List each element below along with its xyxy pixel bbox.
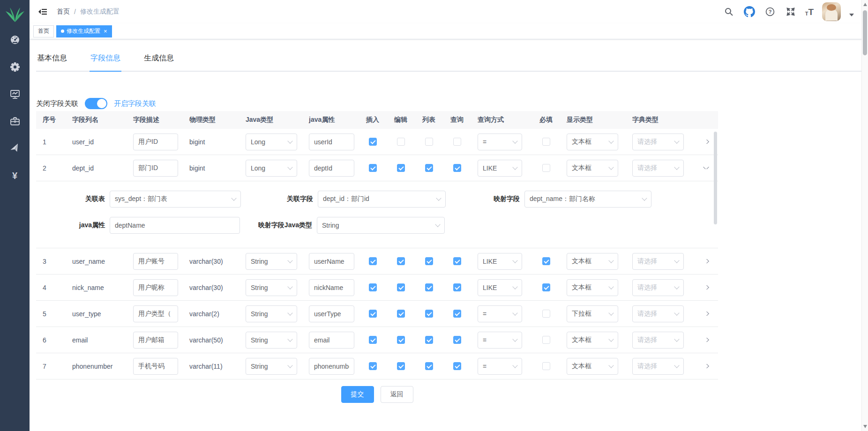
dict-type-select[interactable]: 请选择 xyxy=(632,332,684,349)
fullscreen-button[interactable] xyxy=(785,6,797,18)
table-scrollbar-thumb[interactable] xyxy=(714,132,717,224)
expand-row-icon[interactable] xyxy=(703,312,709,316)
dict-type-select[interactable]: 请选择 xyxy=(632,279,684,296)
mapping-java-type-select[interactable]: String xyxy=(317,217,445,234)
user-avatar[interactable] xyxy=(822,2,841,21)
required-checkbox[interactable] xyxy=(542,138,550,146)
java-type-select[interactable]: String xyxy=(246,279,297,296)
required-checkbox[interactable] xyxy=(542,310,550,318)
font-size-button[interactable]: TT xyxy=(805,7,814,16)
java-type-select[interactable]: String xyxy=(246,358,297,375)
github-button[interactable] xyxy=(743,6,756,18)
query-way-select[interactable]: = xyxy=(478,332,522,349)
display-type-select[interactable]: 下拉框 xyxy=(567,305,618,322)
java-type-select[interactable]: String xyxy=(246,305,297,322)
java-attr-input[interactable] xyxy=(309,253,354,270)
query-way-select[interactable]: = xyxy=(478,305,522,322)
field-description-input[interactable] xyxy=(133,134,178,150)
query-way-select[interactable]: = xyxy=(478,358,522,375)
field-description-input[interactable] xyxy=(133,279,178,296)
query-checkbox[interactable] xyxy=(453,164,461,172)
back-button[interactable]: 返回 xyxy=(381,386,413,403)
java-type-select[interactable]: String xyxy=(246,332,297,349)
list-checkbox[interactable] xyxy=(425,310,433,318)
java-type-select[interactable]: Long xyxy=(246,160,297,177)
display-type-select[interactable]: 文本框 xyxy=(567,279,618,296)
edit-checkbox[interactable] xyxy=(397,283,405,291)
expand-row-icon[interactable] xyxy=(703,338,709,342)
sidebar-item-pay[interactable]: ¥ xyxy=(0,162,30,189)
insert-checkbox[interactable] xyxy=(369,138,377,146)
insert-checkbox[interactable] xyxy=(369,362,377,370)
collapse-row-icon[interactable] xyxy=(703,167,709,169)
sidebar-item-tool[interactable] xyxy=(0,108,30,135)
sidebar-item-system[interactable] xyxy=(0,53,30,81)
edit-checkbox[interactable] xyxy=(397,257,405,265)
query-way-select[interactable]: LIKE xyxy=(478,253,522,270)
tag-close-icon[interactable]: × xyxy=(104,28,107,34)
dict-type-select[interactable]: 请选择 xyxy=(632,305,684,322)
tab-basic-info[interactable]: 基本信息 xyxy=(36,52,68,71)
field-description-input[interactable] xyxy=(133,332,178,349)
required-checkbox[interactable] xyxy=(542,362,550,370)
dict-type-select[interactable]: 请选择 xyxy=(632,134,684,150)
dict-type-select[interactable]: 请选择 xyxy=(632,358,684,375)
java-attr-input[interactable] xyxy=(309,305,354,322)
query-way-select[interactable]: LIKE xyxy=(478,279,522,296)
java-type-select[interactable]: Long xyxy=(246,134,297,150)
required-checkbox[interactable] xyxy=(542,336,550,344)
display-type-select[interactable]: 文本框 xyxy=(567,358,618,375)
field-description-input[interactable] xyxy=(133,358,178,375)
field-description-input[interactable] xyxy=(133,253,178,270)
display-type-select[interactable]: 文本框 xyxy=(567,332,618,349)
edit-checkbox[interactable] xyxy=(397,164,405,172)
edit-checkbox[interactable] xyxy=(397,336,405,344)
query-way-select[interactable]: LIKE xyxy=(478,160,522,177)
java-attr-input[interactable] xyxy=(309,279,354,296)
insert-checkbox[interactable] xyxy=(369,336,377,344)
required-checkbox[interactable] xyxy=(542,283,550,291)
edit-checkbox[interactable] xyxy=(397,362,405,370)
java-type-select[interactable]: String xyxy=(246,253,297,270)
search-button[interactable] xyxy=(723,6,735,18)
java-attr-input[interactable] xyxy=(309,332,354,349)
submit-button[interactable]: 提交 xyxy=(341,386,374,403)
tab-field-info[interactable]: 字段信息 xyxy=(90,52,121,71)
insert-checkbox[interactable] xyxy=(369,164,377,172)
insert-checkbox[interactable] xyxy=(369,257,377,265)
tag-current[interactable]: 修改生成配置 × xyxy=(56,25,112,37)
tag-home[interactable]: 首页 xyxy=(33,25,54,37)
mapping-java-attr-input[interactable] xyxy=(110,217,240,234)
scrollbar-down-arrow[interactable] xyxy=(863,425,867,428)
scrollbar-up-arrow[interactable] xyxy=(863,3,867,6)
java-attr-input[interactable] xyxy=(309,358,354,375)
user-menu-caret-icon[interactable] xyxy=(849,14,854,16)
query-checkbox[interactable] xyxy=(453,138,461,146)
query-checkbox[interactable] xyxy=(453,362,461,370)
edit-checkbox[interactable] xyxy=(397,310,405,318)
display-type-select[interactable]: 文本框 xyxy=(567,134,618,150)
query-way-select[interactable]: = xyxy=(478,134,522,150)
sidebar-item-dashboard[interactable] xyxy=(0,26,30,53)
sidebar-toggle-button[interactable] xyxy=(34,3,51,20)
display-type-select[interactable]: 文本框 xyxy=(567,160,618,177)
query-checkbox[interactable] xyxy=(453,283,461,291)
java-attr-input[interactable] xyxy=(309,134,354,150)
edit-checkbox[interactable] xyxy=(397,138,405,146)
field-relation-switch[interactable] xyxy=(85,98,107,109)
required-checkbox[interactable] xyxy=(542,257,550,265)
window-scrollbar[interactable] xyxy=(861,0,868,431)
list-checkbox[interactable] xyxy=(425,164,433,172)
expand-row-icon[interactable] xyxy=(703,364,709,368)
list-checkbox[interactable] xyxy=(425,362,433,370)
java-attr-input[interactable] xyxy=(309,160,354,177)
query-checkbox[interactable] xyxy=(453,257,461,265)
display-type-select[interactable]: 文本框 xyxy=(567,253,618,270)
expand-row-icon[interactable] xyxy=(703,259,709,263)
expand-row-icon[interactable] xyxy=(703,140,709,144)
dict-type-select[interactable]: 请选择 xyxy=(632,160,684,177)
list-checkbox[interactable] xyxy=(425,336,433,344)
expand-row-icon[interactable] xyxy=(703,285,709,290)
list-checkbox[interactable] xyxy=(425,283,433,291)
sidebar-item-monitor[interactable] xyxy=(0,81,30,108)
